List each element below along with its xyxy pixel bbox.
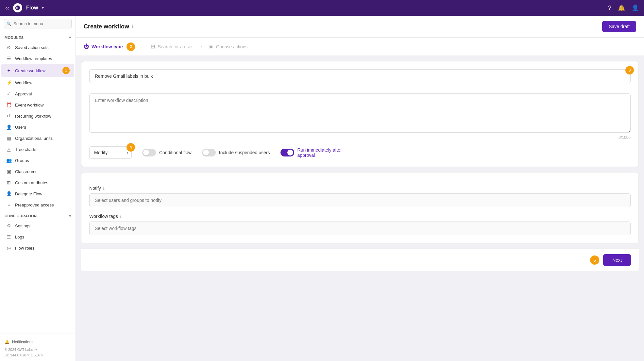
- step-arrow-2: →: [198, 44, 203, 50]
- workflow-name-badge: 3: [625, 66, 634, 74]
- sidebar-item-create-workflow[interactable]: ✦ Create workflow 1: [1, 64, 74, 77]
- bottom-bar: 5 Next: [81, 249, 639, 271]
- sidebar-item-approval[interactable]: ✓ Approval: [1, 88, 74, 99]
- page-header: Create workflow ℹ Save draft: [76, 16, 644, 38]
- tree-charts-icon: △: [6, 147, 12, 152]
- tags-info-icon[interactable]: ℹ: [120, 214, 122, 219]
- logs-icon: ☰: [6, 234, 12, 239]
- saved-action-sets-icon: ⊙: [6, 45, 12, 50]
- footer-version: UI: 944.0.0 API: 1.5.376: [5, 353, 71, 357]
- create-workflow-badge: 1: [62, 67, 70, 74]
- step-choose-actions[interactable]: ▣ Choose actions: [209, 43, 248, 50]
- step-workflow-type[interactable]: ⏻ Workflow type 2: [84, 42, 135, 51]
- help-icon[interactable]: ?: [608, 5, 611, 11]
- sidebar-search-area: 🔍: [0, 16, 76, 32]
- sidebar-item-settings[interactable]: ⚙ Settings: [1, 220, 74, 231]
- sidebar-item-preapproved-access[interactable]: ≡ Preapproved access: [1, 199, 74, 210]
- notify-input[interactable]: [89, 193, 631, 207]
- toggles-row: Modify Create Delete ▾ 4 Conditional flo…: [89, 146, 631, 159]
- search-input[interactable]: [4, 19, 72, 28]
- sidebar-item-logs[interactable]: ☰ Logs: [1, 231, 74, 242]
- svg-text:F: F: [16, 7, 18, 10]
- user-avatar-icon[interactable]: 👤: [632, 4, 639, 11]
- step-workflow-type-badge: 2: [127, 42, 135, 51]
- topbar: ‹‹ F Flow ▾ ? 🔔 👤: [0, 0, 644, 16]
- app-name: Flow: [26, 5, 38, 11]
- external-link-icon: ↗: [34, 348, 37, 352]
- notify-info-icon[interactable]: ℹ: [103, 186, 105, 191]
- page-title: Create workflow: [84, 23, 129, 30]
- steps-bar: ⏻ Workflow type 2 → ⊞ Search for a user …: [76, 38, 644, 56]
- classrooms-icon: ▣: [6, 169, 12, 174]
- conditional-flow-toggle-label[interactable]: Conditional flow: [142, 149, 192, 156]
- page-info-icon[interactable]: ℹ: [132, 24, 133, 29]
- bell-sidebar-icon: 🔔: [5, 340, 9, 344]
- run-immediately-toggle[interactable]: [280, 149, 294, 156]
- char-count: 0/1000: [89, 135, 631, 140]
- app-chevron-icon[interactable]: ▾: [42, 6, 44, 10]
- modules-chevron-icon[interactable]: ▾: [69, 35, 71, 40]
- sidebar-item-groups[interactable]: 👥 Groups: [1, 155, 74, 166]
- app-logo: F: [13, 3, 22, 12]
- sidebar-item-organizational-units[interactable]: ▦ Organizational units: [1, 133, 74, 144]
- select-badge: 4: [127, 143, 135, 152]
- notify-section: Notify ℹ: [89, 186, 631, 207]
- custom-attributes-icon: ⊞: [6, 180, 12, 185]
- bell-icon[interactable]: 🔔: [618, 4, 625, 11]
- main-content: Create workflow ℹ Save draft ⏻ Workflow …: [76, 16, 644, 361]
- next-step-badge: 5: [590, 255, 599, 265]
- step-search-user[interactable]: ⊞ Search for a user: [151, 43, 193, 50]
- footer-copyright: © 2024 GAT Labs ↗: [5, 346, 71, 353]
- workflow-form-card: 3 0/1000 Modify Create Delete ▾ 4: [81, 61, 639, 167]
- modules-section-header: MODULES ▾: [0, 32, 76, 42]
- sidebar-item-workflow[interactable]: ⚡ Workflow: [1, 77, 74, 88]
- notifications-item[interactable]: 🔔 Notifications: [5, 338, 71, 346]
- workflow-templates-icon: ☰: [6, 56, 12, 61]
- workflow-icon: ⚡: [6, 80, 12, 85]
- configuration-section-header: CONFIGURATION ▾: [0, 210, 76, 220]
- step-workflow-type-icon: ⏻: [84, 44, 89, 50]
- save-draft-button[interactable]: Save draft: [602, 21, 636, 32]
- sidebar-item-custom-attributes[interactable]: ⊞ Custom attributes: [1, 177, 74, 188]
- step-choose-actions-icon: ▣: [209, 43, 213, 50]
- event-workflow-icon: ⏰: [6, 102, 12, 107]
- sidebar-item-tree-charts[interactable]: △ Tree charts: [1, 144, 74, 155]
- notify-tags-card: Notify ℹ Workflow tags ℹ: [81, 172, 639, 243]
- sidebar-item-recurring-workflow[interactable]: ↺ Recurring workflow: [1, 110, 74, 122]
- sidebar-item-classrooms[interactable]: ▣ Classrooms: [1, 166, 74, 177]
- delegate-flow-icon: 👤: [6, 191, 12, 196]
- step-arrow-1: →: [140, 44, 145, 50]
- org-units-icon: ▦: [6, 136, 12, 141]
- sidebar: 🔍 MODULES ▾ ⊙ Saved action sets ☰ Workfl…: [0, 16, 76, 361]
- run-immediately-toggle-label[interactable]: Run immediately after approval: [280, 147, 343, 158]
- sidebar-item-delegate-flow[interactable]: 👤 Delegate Flow: [1, 188, 74, 199]
- users-icon: 👤: [6, 124, 12, 130]
- sidebar-item-saved-action-sets[interactable]: ⊙ Saved action sets: [1, 42, 74, 53]
- recurring-workflow-icon: ↺: [6, 113, 12, 119]
- next-button[interactable]: Next: [603, 254, 631, 266]
- conditional-flow-toggle[interactable]: [142, 149, 156, 156]
- include-suspended-toggle[interactable]: [202, 149, 216, 156]
- sidebar-item-users[interactable]: 👤 Users: [1, 122, 74, 133]
- workflow-description-textarea[interactable]: [89, 93, 631, 133]
- sidebar-item-flow-roles[interactable]: ◎ Flow roles: [1, 242, 74, 254]
- groups-icon: 👥: [6, 158, 12, 163]
- include-suspended-toggle-label[interactable]: Include suspended users: [202, 149, 270, 156]
- create-workflow-icon: ✦: [6, 68, 12, 73]
- configuration-chevron-icon[interactable]: ▾: [69, 214, 71, 218]
- workflow-action-select[interactable]: Modify Create Delete: [89, 146, 132, 159]
- search-icon: 🔍: [7, 22, 11, 26]
- flow-roles-icon: ◎: [6, 245, 12, 251]
- preapproved-access-icon: ≡: [6, 202, 12, 207]
- back-button[interactable]: ‹‹: [5, 5, 9, 11]
- sidebar-item-event-workflow[interactable]: ⏰ Event workflow: [1, 99, 74, 110]
- tags-input[interactable]: [89, 222, 631, 235]
- workflow-name-input[interactable]: [89, 69, 631, 83]
- approval-icon: ✓: [6, 91, 12, 96]
- settings-icon: ⚙: [6, 223, 12, 228]
- sidebar-item-workflow-templates[interactable]: ☰ Workflow templates: [1, 53, 74, 64]
- tags-section: Workflow tags ℹ: [89, 214, 631, 235]
- step-search-user-icon: ⊞: [151, 43, 155, 50]
